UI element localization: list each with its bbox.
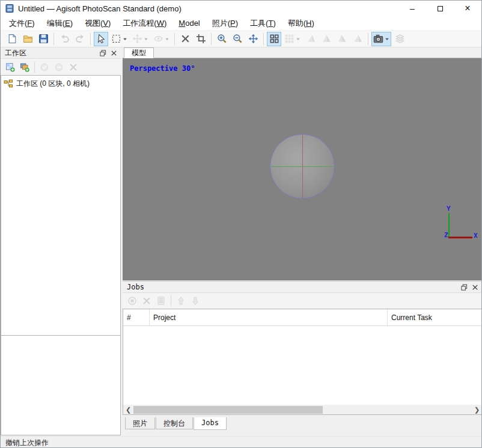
move-job-down-icon	[191, 296, 200, 306]
layers-view-button[interactable]	[392, 32, 407, 46]
close-button[interactable]: ×	[454, 1, 481, 16]
tab-Jobs[interactable]: Jobs	[194, 417, 227, 430]
axis-label-z: Z	[444, 231, 448, 239]
move-job-up-button[interactable]	[174, 294, 188, 307]
secondary-pane	[1, 335, 121, 435]
job-monitor-button[interactable]	[154, 294, 168, 307]
zoom-in-button[interactable]	[215, 32, 229, 46]
view-wireframe-button[interactable]	[350, 32, 365, 46]
undo-button[interactable]	[57, 32, 72, 46]
workspace-node-icon	[4, 79, 13, 89]
cancel-job-icon	[142, 296, 151, 306]
add-photos-button[interactable]	[18, 61, 31, 74]
menu-f[interactable]: 文件(F)	[3, 16, 41, 31]
chevron-down-icon[interactable]	[144, 37, 148, 41]
open-project-button[interactable]	[20, 32, 35, 46]
jobs-table-header: #ProjectCurrent Task	[123, 309, 482, 326]
delete-selection-button[interactable]	[178, 32, 192, 46]
scrollbar-thumb[interactable]	[133, 406, 323, 414]
jobs-column-header-0[interactable]: #	[123, 309, 150, 325]
new-document-button[interactable]	[5, 32, 19, 46]
job-monitor-icon	[156, 296, 166, 306]
jobs-panel-buttons	[459, 282, 480, 292]
chevron-down-icon[interactable]	[296, 37, 300, 41]
view-dense-cloud-button[interactable]	[319, 32, 334, 46]
disable-item-button[interactable]	[52, 61, 66, 74]
new-document-icon	[7, 34, 17, 44]
float-panel-button[interactable]	[459, 282, 469, 292]
close-panel-button[interactable]	[108, 48, 119, 58]
menubar: 文件(F)编辑(E)视图(V)工作流程(W)Model照片(P)工具(T)帮助(…	[1, 16, 481, 31]
toolbar-separator	[53, 33, 54, 45]
view-point-cloud-button[interactable]	[304, 32, 318, 46]
toolbar-separator	[368, 33, 368, 45]
workspace-panel-titlebar: 工作区	[1, 47, 121, 59]
enable-item-icon	[40, 62, 49, 72]
menu-h[interactable]: 帮助(H)	[282, 16, 320, 31]
rotate-object-button[interactable]	[151, 32, 171, 46]
remove-item-button[interactable]	[67, 61, 80, 74]
cancel-job-button[interactable]	[140, 294, 153, 307]
workspace-root-node[interactable]: 工作区 (0 区块, 0 相机)	[1, 76, 120, 89]
grid-view-icon	[269, 34, 279, 44]
scrollbar-track[interactable]	[133, 405, 472, 414]
redo-icon	[75, 34, 85, 44]
close-panel-button[interactable]	[469, 282, 480, 292]
menu-m[interactable]: Model	[172, 17, 206, 29]
toolbar-separator	[211, 33, 212, 45]
chevron-down-icon[interactable]	[165, 37, 169, 41]
model-viewport[interactable]: Perspective 30° Y Z X	[123, 58, 482, 280]
grid-view-button[interactable]	[267, 32, 281, 46]
enable-item-button[interactable]	[38, 61, 51, 74]
axis-y-line	[448, 213, 450, 237]
layers-view-icon	[395, 34, 405, 44]
view-shaded-icon	[337, 34, 347, 44]
tile-view-icon	[284, 34, 294, 44]
jobs-column-header-2[interactable]: Current Task	[388, 309, 482, 325]
add-chunk-button[interactable]	[4, 61, 17, 74]
redo-button[interactable]	[73, 32, 87, 46]
jobs-panel: Jobs #ProjectCurrent Task ❮ ❯ 照片控制台Jobs	[123, 281, 482, 435]
axis-gizmo: Y Z X	[435, 205, 480, 242]
minimize-button[interactable]: –	[398, 1, 426, 16]
move-object-button[interactable]	[130, 32, 150, 46]
view-wireframe-icon	[353, 34, 363, 44]
bottom-tabbar: 照片控制台Jobs	[123, 417, 482, 431]
rectangle-selection-button[interactable]	[109, 32, 129, 46]
tile-view-button[interactable]	[282, 32, 302, 46]
workspace-root-label: 工作区 (0 区块, 0 相机)	[16, 79, 90, 89]
jobs-column-header-1[interactable]: Project	[150, 309, 388, 325]
workspace-pane: 工作区 工作区 (0 区块, 0 相机)	[1, 47, 121, 435]
scroll-right-button[interactable]: ❯	[472, 405, 482, 414]
main-area: 模型 Perspective 30° Y Z X Jobs #Proje	[123, 47, 482, 435]
view-shaded-button[interactable]	[335, 32, 349, 46]
pause-job-button[interactable]	[126, 294, 139, 307]
toolbar-separator	[263, 33, 264, 45]
tab-模型[interactable]: 模型	[124, 47, 154, 58]
scroll-left-button[interactable]: ❮	[123, 405, 133, 414]
zoom-out-button[interactable]	[230, 32, 245, 46]
app-window: Untitled — Agisoft PhotoScan Standard (d…	[0, 0, 482, 448]
jobs-toolbar	[123, 293, 482, 309]
main-toolbar	[1, 31, 481, 47]
navigation-mode-button[interactable]	[246, 32, 260, 46]
document-tabbar: 模型	[123, 47, 482, 58]
menu-v[interactable]: 视图(V)	[79, 16, 117, 31]
rotate-object-icon	[153, 34, 163, 44]
photo-view-button[interactable]	[371, 32, 391, 46]
save-project-button[interactable]	[36, 32, 50, 46]
selection-arrow-button[interactable]	[94, 32, 108, 46]
chevron-down-icon[interactable]	[385, 37, 389, 41]
crop-selection-button[interactable]	[194, 32, 208, 46]
menu-p[interactable]: 照片(P)	[206, 16, 244, 31]
maximize-button[interactable]	[426, 1, 454, 16]
chevron-down-icon[interactable]	[123, 37, 127, 41]
tab-照片[interactable]: 照片	[125, 417, 155, 429]
menu-t[interactable]: 工具(T)	[244, 16, 282, 31]
menu-w[interactable]: 工作流程(W)	[117, 16, 172, 31]
float-panel-button[interactable]	[97, 48, 108, 58]
menu-e[interactable]: 编辑(E)	[41, 16, 79, 31]
maximize-icon	[438, 6, 443, 11]
tab-控制台[interactable]: 控制台	[156, 417, 193, 429]
move-job-down-button[interactable]	[189, 294, 202, 307]
